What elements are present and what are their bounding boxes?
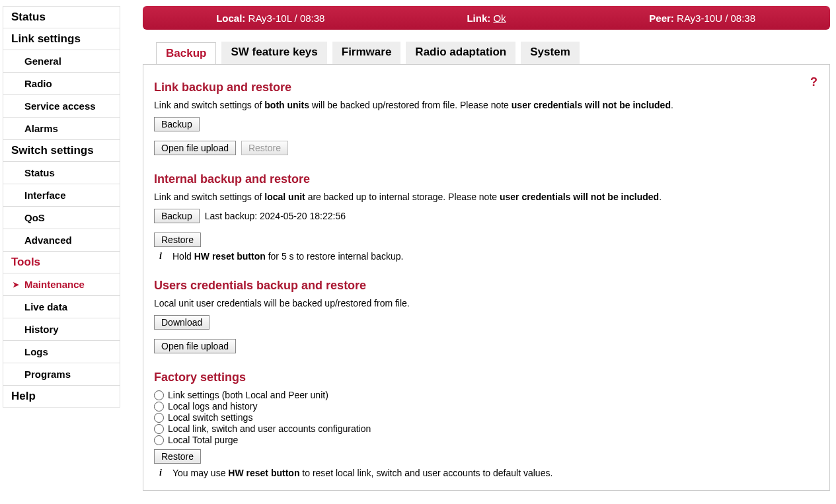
nav-item-history[interactable]: History	[3, 318, 120, 341]
nav-help[interactable]: Help	[3, 386, 120, 407]
link-backup-desc: Link and switch settings of both units w…	[154, 100, 819, 110]
last-backup-text: Last backup: 2024-05-20 18:22:56	[205, 211, 346, 221]
internal-backup-button[interactable]: Backup	[154, 209, 200, 223]
nav-item-interface[interactable]: Interface	[3, 184, 120, 207]
factory-restore-button[interactable]: Restore	[154, 449, 201, 464]
link-backup-title: Link backup and restore	[154, 81, 819, 94]
nav-link-settings: Link settings	[3, 28, 120, 50]
header-link-value[interactable]: Ok	[493, 13, 506, 24]
header-peer-label: Peer:	[649, 13, 674, 24]
tab-backup[interactable]: Backup	[156, 42, 216, 65]
status-header: Local: RAy3-10L / 08:38 Link: Ok Peer: R…	[143, 6, 830, 30]
factory-title: Factory settings	[154, 371, 819, 384]
tab-firmware[interactable]: Firmware	[332, 42, 401, 64]
nav-tools: Tools	[3, 252, 120, 273]
factory-option-0[interactable]: Link settings (both Local and Peer unit)	[154, 390, 819, 400]
factory-option-3[interactable]: Local link, switch and user accounts con…	[154, 423, 819, 434]
header-peer: Peer: RAy3-10U / 08:38	[594, 13, 810, 24]
internal-hint: Hold HW reset button for 5 s to restore …	[172, 251, 403, 262]
radio-icon[interactable]	[154, 424, 164, 434]
header-link-label: Link:	[467, 13, 490, 24]
tab-radio-adaptation[interactable]: Radio adaptation	[406, 42, 515, 64]
nav-item-service-access[interactable]: Service access	[3, 95, 120, 118]
factory-option-2[interactable]: Local switch settings	[154, 412, 819, 423]
nav-item-general[interactable]: General	[3, 50, 120, 73]
main-area: Local: RAy3-10L / 08:38 Link: Ok Peer: R…	[143, 6, 830, 491]
factory-hint: You may use HW reset button to reset loc…	[172, 468, 552, 478]
factory-option-4[interactable]: Local Total purge	[154, 435, 819, 445]
nav-item-logs[interactable]: Logs	[3, 341, 120, 363]
nav-item-live-data[interactable]: Live data	[3, 296, 120, 318]
section-factory: Factory settings Link settings (both Loc…	[154, 371, 819, 478]
nav-item-programs[interactable]: Programs	[3, 363, 120, 386]
user-open-upload-button[interactable]: Open file upload	[154, 339, 236, 353]
internal-backup-desc: Link and switch settings of local unit a…	[154, 192, 819, 202]
info-icon: i	[154, 251, 167, 262]
nav-item-alarms[interactable]: Alarms	[3, 118, 120, 140]
radio-icon[interactable]	[154, 390, 164, 400]
content-panel: ? Link backup and restore Link and switc…	[143, 64, 830, 491]
section-user-credentials: Users credentials backup and restore Loc…	[154, 279, 819, 353]
sidebar: Status Link settings General Radio Servi…	[3, 6, 120, 408]
user-download-button[interactable]: Download	[154, 315, 209, 330]
tab-system[interactable]: System	[521, 42, 579, 64]
nav-status[interactable]: Status	[3, 7, 120, 28]
nav-item-advanced[interactable]: Advanced	[3, 229, 120, 252]
link-backup-button[interactable]: Backup	[154, 117, 200, 131]
internal-backup-title: Internal backup and restore	[154, 172, 819, 186]
help-icon[interactable]: ?	[810, 75, 817, 89]
tab-bar: Backup SW feature keys Firmware Radio ad…	[143, 42, 830, 64]
radio-icon[interactable]	[154, 413, 164, 423]
factory-option-1[interactable]: Local logs and history	[154, 401, 819, 412]
user-creds-desc: Local unit user credentials will be back…	[154, 298, 819, 308]
link-open-upload-button[interactable]: Open file upload	[154, 141, 236, 155]
tab-sw-feature-keys[interactable]: SW feature keys	[221, 42, 326, 64]
nav-item-maintenance[interactable]: Maintenance	[3, 273, 120, 296]
header-link: Link: Ok	[379, 13, 595, 24]
info-icon: i	[154, 468, 167, 478]
internal-restore-button[interactable]: Restore	[154, 233, 201, 247]
nav-item-switch-status[interactable]: Status	[3, 162, 120, 184]
link-restore-button: Restore	[241, 141, 288, 155]
section-internal-backup: Internal backup and restore Link and swi…	[154, 172, 819, 262]
nav-item-qos[interactable]: QoS	[3, 207, 120, 229]
header-local-label: Local:	[216, 13, 245, 24]
radio-icon[interactable]	[154, 435, 164, 445]
section-link-backup: Link backup and restore Link and switch …	[154, 81, 819, 155]
header-peer-value: RAy3-10U / 08:38	[677, 13, 755, 24]
nav-item-radio[interactable]: Radio	[3, 73, 120, 95]
radio-icon[interactable]	[154, 402, 164, 412]
nav-switch-settings: Switch settings	[3, 140, 120, 162]
header-local-value: RAy3-10L / 08:38	[248, 13, 325, 24]
user-creds-title: Users credentials backup and restore	[154, 279, 819, 293]
header-local: Local: RAy3-10L / 08:38	[163, 13, 379, 24]
